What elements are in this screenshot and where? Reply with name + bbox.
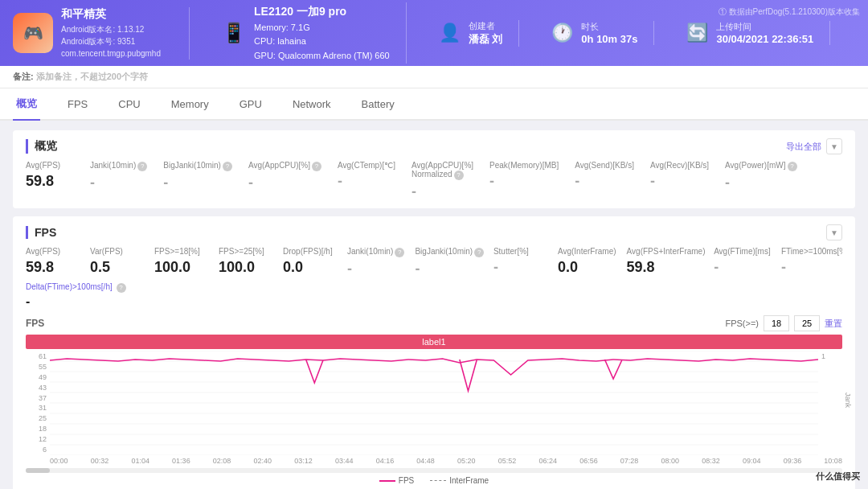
overview-stat-avg-fps: Avg(FPS) 59.8 [26,161,74,190]
person-icon: 👤 [439,23,461,43]
upload-icon: 🔄 [686,23,708,43]
delta-section: Delta(FTime)>100ms[/h] ? - [26,282,842,309]
janki-help-icon[interactable]: ? [137,162,147,171]
duration-label: 时长 [581,21,637,33]
scrollbar-thumb[interactable] [26,468,50,473]
game-text: 和平精英 Android版本名: 1.13.12 Android版本号: 935… [61,7,161,60]
fps-card: FPS ▼ Avg(FPS) 59.8 Var(FPS) 0.5 FPS>=18… [13,216,855,489]
x-axis: 00:00 00:32 01:04 01:36 02:08 02:40 03:1… [26,457,842,465]
fps-stat-drop: Drop(FPS)[/h] 0.0 [283,247,331,276]
fps-legend-label: FPS [399,476,414,485]
clock-icon: 🕐 [551,23,573,43]
overview-stat-normalized: Avg(AppCPU)[%]Normalized? - [411,161,473,200]
delta-help-icon[interactable]: ? [117,283,126,293]
bigjanki-help-icon[interactable]: ? [223,162,232,171]
overview-stat-ctemp: Avg(CTemp)[℃] - [338,161,395,190]
chart-top-bar: FPS FPS(>=) 重置 [26,315,842,331]
creator-stat: 👤 创建者 潘磊 刘 [423,20,520,47]
notes-placeholder[interactable]: 添加备注，不超过200个字符 [36,72,148,81]
fps-threshold-2-input[interactable] [794,315,820,331]
legend-interframe: InterFrame [430,476,489,485]
interframe-legend-label: InterFrame [449,476,489,485]
overview-title: 概览 [26,139,57,154]
fps-stat-gte18: FPS>=18[%] 100.0 [154,247,203,276]
overview-stat-appcpu: Avg(AppCPU)[%]? - [248,161,321,191]
right-axis: 1 [818,351,834,362]
creator-label: 创建者 [469,20,503,32]
chart-scrollbar[interactable] [26,468,842,473]
game-name: 和平精英 [61,7,161,22]
collapse-fps-button[interactable]: ▼ [826,224,842,240]
game-icon: 🎮 [13,13,53,53]
notes-bar: 备注: 添加备注，不超过200个字符 [0,66,868,88]
creator-info: 创建者 潘磊 刘 [469,20,503,47]
overview-section-header: 概览 导出全部 ▼ [26,138,842,154]
delta-value: - [26,294,842,309]
tab-fps[interactable]: FPS [64,90,91,120]
fps-threshold-1-input[interactable] [764,315,789,331]
upload-label: 上传时间 [716,21,813,33]
upload-stat: 🔄 上传时间 30/04/2021 22:36:51 [670,21,830,45]
notes-label: 备注: [13,72,34,81]
device-details: LE2120 一加9 pro Memory: 7.1G CPU: lahaina… [254,2,390,63]
overview-stat-send: Avg(Send)[KB/s] - [575,161,634,190]
chart-controls: FPS(>=) 重置 [725,315,842,331]
duration-value: 0h 10m 37s [581,33,637,45]
tab-cpu[interactable]: CPU [115,90,143,120]
normalized-help-icon[interactable]: ? [454,171,464,180]
game-sub: Android版本名: 1.13.12 Android版本号: 9351 com… [61,23,161,60]
fps-stat-janki: Janki(10min)? - [347,247,399,277]
fps-stat-interframe: Avg(InterFrame) 0.0 [558,247,611,276]
chart-legend: FPS InterFrame [26,476,842,485]
legend-fps: FPS [379,476,414,485]
device-info: 📱 LE2120 一加9 pro Memory: 7.1G CPU: lahai… [206,2,407,63]
power-help-icon[interactable]: ? [788,162,797,171]
tab-network[interactable]: Network [289,90,334,120]
device-gpu: GPU: Qualcomm Adreno (TM) 660 [254,49,390,64]
fps-stats-row: Avg(FPS) 59.8 Var(FPS) 0.5 FPS>=18[%] 10… [26,247,842,277]
delta-label: Delta(FTime)>100ms[/h] [26,282,113,291]
fps-stat-bigjanki: BigJanki(10min)? - [415,247,477,277]
duration-info: 时长 0h 10m 37s [581,21,637,45]
fps-janki-help-icon[interactable]: ? [395,248,404,257]
duration-stat: 🕐 时长 0h 10m 37s [535,21,654,45]
chart-wrapper: 61 55 49 43 37 31 25 18 12 6 [26,351,842,455]
overview-stat-janki: Janki(10min)? - [90,161,147,191]
fps-section-header: FPS ▼ [26,224,842,240]
watermark: 什么值得买 [816,471,860,483]
interframe-legend-line [430,480,446,481]
fps-title: FPS [26,226,56,239]
upload-value: 30/04/2021 22:36:51 [716,33,813,45]
export-button[interactable]: 导出全部 [786,141,821,153]
version-note: ① 数据由PerfDog(5.1.210300)版本收集 [719,6,860,18]
device-memory: Memory: 7.1G [254,21,390,35]
chart-svg[interactable] [50,351,818,455]
chart-title: FPS [26,318,44,329]
overview-stat-bigjanki: BigJanki(10min)? - [163,161,232,191]
main-content: 概览 导出全部 ▼ Avg(FPS) 59.8 Janki(10min)? - … [0,121,868,489]
chart-label-bar: label1 [26,335,842,349]
fps-stat-var: Var(FPS) 0.5 [90,247,138,276]
tab-overview[interactable]: 概览 [13,88,40,121]
header: 🎮 和平精英 Android版本名: 1.13.12 Android版本号: 9… [0,0,868,66]
reset-button[interactable]: 重置 [825,318,842,330]
y-axis: 61 55 49 43 37 31 25 18 12 6 [26,351,50,455]
device-name: LE2120 一加9 pro [254,2,390,20]
fps-chart-area: FPS FPS(>=) 重置 label1 61 55 49 [26,315,842,485]
fps-stat-ftime-pct: FTime>=100ms[%] - [781,247,842,276]
overview-stats-row: Avg(FPS) 59.8 Janki(10min)? - BigJanki(1… [26,161,842,200]
tab-bar: 概览 FPS CPU Memory GPU Network Battery [0,88,868,121]
upload-info: 上传时间 30/04/2021 22:36:51 [716,21,813,45]
tab-memory[interactable]: Memory [168,90,212,120]
fps-bigjanki-help-icon[interactable]: ? [474,248,484,257]
overview-stat-recv: Avg(Recv)[KB/s] - [650,161,709,190]
tab-gpu[interactable]: GPU [236,90,265,120]
tab-battery[interactable]: Battery [358,90,398,120]
fps-stat-gte25: FPS>=25[%] 100.0 [219,247,267,276]
appcpu-help-icon[interactable]: ? [312,162,321,171]
collapse-overview-button[interactable]: ▼ [826,138,842,154]
fps-stat-fps-interframe: Avg(FPS+InterFrame) 59.8 [627,247,698,276]
overview-stat-power: Avg(Power)[mW]? - [725,161,796,191]
game-info: 🎮 和平精英 Android版本名: 1.13.12 Android版本号: 9… [13,7,190,60]
phone-icon: 📱 [222,22,246,44]
